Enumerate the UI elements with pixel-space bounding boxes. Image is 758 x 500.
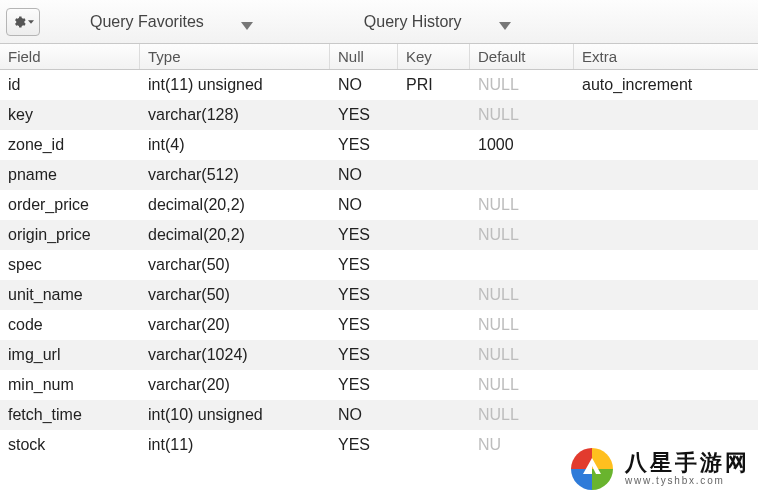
table-row[interactable]: zone_idint(4)YES1000 xyxy=(0,130,758,160)
cell[interactable]: YES xyxy=(330,286,398,304)
cell[interactable]: YES xyxy=(330,346,398,364)
query-history-label: Query History xyxy=(364,13,462,31)
svg-rect-5 xyxy=(532,485,535,488)
cell[interactable]: id xyxy=(0,76,140,94)
column-header-field[interactable]: Field xyxy=(0,44,140,69)
chevron-down-icon xyxy=(28,19,34,25)
gear-icon xyxy=(12,15,26,29)
table-row[interactable]: keyvarchar(128)YESNULL xyxy=(0,100,758,130)
cell[interactable]: unit_name xyxy=(0,286,140,304)
cell[interactable]: YES xyxy=(330,316,398,334)
cell[interactable]: stock xyxy=(0,436,140,454)
cell[interactable]: YES xyxy=(330,256,398,274)
cell[interactable]: NO xyxy=(330,166,398,184)
chevron-down-icon xyxy=(498,17,512,27)
svg-rect-0 xyxy=(522,480,525,483)
cell[interactable]: NULL xyxy=(470,226,574,244)
table-row[interactable]: specvarchar(50)YES xyxy=(0,250,758,280)
table-row[interactable]: min_numvarchar(20)YESNULL xyxy=(0,370,758,400)
table-row[interactable]: origin_pricedecimal(20,2)YESNULL xyxy=(0,220,758,250)
column-header-default[interactable]: Default xyxy=(470,44,574,69)
cell[interactable]: fetch_time xyxy=(0,406,140,424)
cell[interactable]: varchar(512) xyxy=(140,166,330,184)
table-row[interactable]: idint(11) unsignedNOPRINULLauto_incremen… xyxy=(0,70,758,100)
cell[interactable]: img_url xyxy=(0,346,140,364)
cell[interactable]: varchar(20) xyxy=(140,316,330,334)
cell[interactable]: NULL xyxy=(470,376,574,394)
cell[interactable]: YES xyxy=(330,226,398,244)
cell[interactable]: varchar(50) xyxy=(140,286,330,304)
table-row[interactable]: codevarchar(20)YESNULL xyxy=(0,310,758,340)
cell[interactable]: varchar(128) xyxy=(140,106,330,124)
cell[interactable]: NULL xyxy=(470,316,574,334)
cell[interactable]: NULL xyxy=(470,346,574,364)
cell[interactable]: int(10) unsigned xyxy=(140,406,330,424)
cell[interactable]: NULL xyxy=(470,106,574,124)
table-row[interactable]: pnamevarchar(512)NO xyxy=(0,160,758,190)
query-favorites-label: Query Favorites xyxy=(90,13,204,31)
table-row[interactable]: order_pricedecimal(20,2)NONULL xyxy=(0,190,758,220)
cell[interactable]: varchar(50) xyxy=(140,256,330,274)
cell[interactable]: decimal(20,2) xyxy=(140,196,330,214)
svg-rect-8 xyxy=(532,490,535,493)
cell[interactable]: spec xyxy=(0,256,140,274)
cell[interactable]: order_price xyxy=(0,196,140,214)
cell[interactable]: NO xyxy=(330,196,398,214)
cell[interactable]: int(4) xyxy=(140,136,330,154)
cell[interactable]: NO xyxy=(330,76,398,94)
column-header-extra[interactable]: Extra xyxy=(574,44,758,69)
cell[interactable]: int(11) xyxy=(140,436,330,454)
table-row[interactable]: fetch_timeint(10) unsignedNONULL xyxy=(0,400,758,430)
cell[interactable]: zone_id xyxy=(0,136,140,154)
cell[interactable]: origin_price xyxy=(0,226,140,244)
column-header-null[interactable]: Null xyxy=(330,44,398,69)
query-history-tab[interactable]: Query History xyxy=(364,13,512,31)
svg-rect-3 xyxy=(522,485,525,488)
svg-rect-1 xyxy=(527,480,530,483)
cell[interactable]: code xyxy=(0,316,140,334)
cell[interactable]: varchar(20) xyxy=(140,376,330,394)
cell[interactable]: NULL xyxy=(470,286,574,304)
svg-rect-2 xyxy=(532,480,535,483)
cell[interactable]: YES xyxy=(330,436,398,454)
dots-icon xyxy=(522,480,536,494)
column-header-type[interactable]: Type xyxy=(140,44,330,69)
table-body: idint(11) unsignedNOPRINULLauto_incremen… xyxy=(0,70,758,460)
cell[interactable]: 1000 xyxy=(470,136,574,154)
cell[interactable]: NU xyxy=(470,436,574,454)
cell[interactable]: varchar(1024) xyxy=(140,346,330,364)
cell[interactable]: pname xyxy=(0,166,140,184)
table-header: Field Type Null Key Default Extra xyxy=(0,44,758,70)
column-header-key[interactable]: Key xyxy=(398,44,470,69)
chevron-down-icon xyxy=(240,17,254,27)
svg-rect-7 xyxy=(527,490,530,493)
svg-rect-6 xyxy=(522,490,525,493)
cell[interactable]: min_num xyxy=(0,376,140,394)
cell[interactable]: auto_increment xyxy=(574,76,758,94)
cell[interactable]: NO xyxy=(330,406,398,424)
table-row[interactable]: unit_namevarchar(50)YESNULL xyxy=(0,280,758,310)
cell[interactable]: int(11) unsigned xyxy=(140,76,330,94)
cell[interactable]: NULL xyxy=(470,406,574,424)
query-favorites-tab[interactable]: Query Favorites xyxy=(90,13,254,31)
cell[interactable]: PRI xyxy=(398,76,470,94)
cell[interactable]: key xyxy=(0,106,140,124)
toolbar: Query Favorites Query History xyxy=(0,0,758,44)
cell[interactable]: NULL xyxy=(470,76,574,94)
cell[interactable]: NULL xyxy=(470,196,574,214)
table-row[interactable]: stockint(11)YESNU xyxy=(0,430,758,460)
table-row[interactable]: img_urlvarchar(1024)YESNULL xyxy=(0,340,758,370)
gear-button[interactable] xyxy=(6,8,40,36)
svg-rect-4 xyxy=(527,485,530,488)
cell[interactable]: decimal(20,2) xyxy=(140,226,330,244)
cell[interactable]: YES xyxy=(330,106,398,124)
cell[interactable]: YES xyxy=(330,136,398,154)
watermark-url: www.tyshbx.com xyxy=(625,476,750,487)
cell[interactable]: YES xyxy=(330,376,398,394)
